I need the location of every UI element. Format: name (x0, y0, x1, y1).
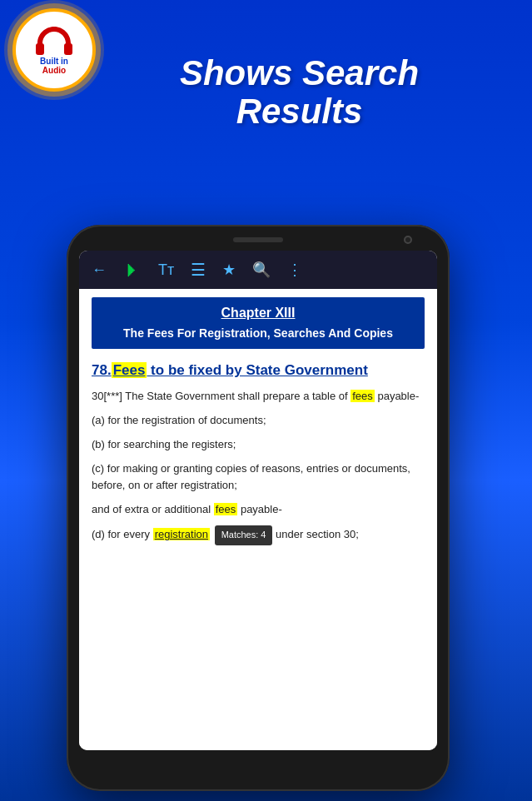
main-title: Shows Search Results (180, 54, 419, 131)
toolbar: ← ⏵ Tт ☰ ★ 🔍 ⋮ (79, 251, 437, 289)
item-d: (d) for every registration Matches: 4 un… (92, 525, 425, 545)
item-c: (c) for making or granting copies of rea… (92, 460, 425, 495)
and-text: and of extra or additional fees payable- (92, 501, 425, 519)
bookmark-button[interactable]: ★ (222, 261, 236, 279)
paragraph-1: 30[***] The State Government shall prepa… (92, 388, 425, 405)
content-area: Chapter XIII The Fees For Registration, … (79, 289, 437, 750)
list-button[interactable]: ☰ (191, 260, 206, 280)
fees-highlight-2: fees (214, 503, 238, 515)
chapter-header: Chapter XIII The Fees For Registration, … (92, 297, 425, 349)
play-button[interactable]: ⏵ (123, 259, 142, 281)
chapter-subtitle: The Fees For Registration, Searches And … (104, 326, 412, 341)
fees-highlight-heading: Fees (112, 362, 147, 378)
phone-top-bar (79, 237, 437, 242)
section-number: 78. (92, 362, 112, 378)
fees-highlight-1: fees (351, 390, 375, 402)
search-button[interactable]: 🔍 (252, 261, 271, 279)
registration-highlight: registration (153, 528, 210, 540)
item-a: (a) for the registration of documents; (92, 412, 425, 430)
item-b: (b) for searching the registers; (92, 436, 425, 454)
tooltip-inline: Matches: 4 (215, 525, 273, 545)
phone-speaker (233, 237, 283, 242)
phone-screen: ← ⏵ Tт ☰ ★ 🔍 ⋮ Chapter XIII The Fees For… (79, 251, 437, 750)
font-button[interactable]: Tт (158, 261, 174, 279)
header-area: Shows Search Results (0, 0, 532, 131)
section-heading: 78.Fees to be fixed by State Government (92, 361, 425, 380)
phone-camera (404, 236, 412, 244)
phone-mockup: ← ⏵ Tт ☰ ★ 🔍 ⋮ Chapter XIII The Fees For… (67, 225, 450, 791)
back-button[interactable]: ← (92, 261, 107, 279)
more-button[interactable]: ⋮ (287, 261, 302, 279)
section-heading-rest: to be fixed by State Government (147, 362, 367, 378)
chapter-title: Chapter XIII (104, 306, 412, 321)
